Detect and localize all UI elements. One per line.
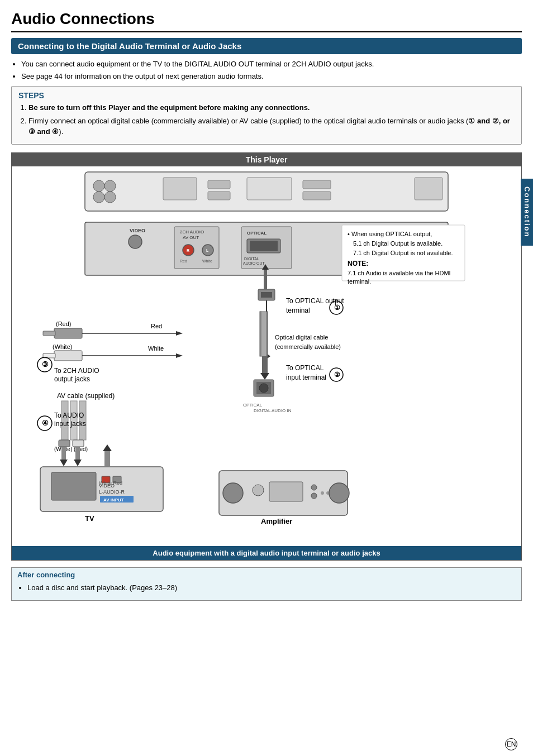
bullet-2: See page 44 for information on the outpu…	[21, 71, 522, 82]
after-title: After connecting	[17, 571, 516, 579]
svg-text:Amplifier: Amplifier	[261, 517, 292, 525]
svg-text:L: L	[206, 248, 209, 252]
svg-point-109	[311, 485, 317, 490]
svg-text:Red: Red	[151, 323, 162, 329]
svg-point-2	[93, 192, 104, 203]
svg-text:To AUDIO: To AUDIO	[54, 412, 84, 419]
svg-point-1	[93, 180, 104, 192]
svg-point-4	[104, 192, 116, 203]
svg-text:2CH AUDIO: 2CH AUDIO	[180, 229, 204, 235]
page: Audio Connections Connecting to the Digi…	[0, 0, 533, 756]
page-title: Audio Connections	[11, 10, 522, 32]
svg-marker-94	[74, 460, 82, 466]
svg-rect-42	[261, 292, 272, 298]
svg-text:DIGITAL: DIGITAL	[244, 257, 259, 261]
svg-rect-64	[54, 328, 82, 338]
svg-marker-91	[61, 447, 66, 460]
svg-text:(White): (White)	[53, 343, 72, 350]
svg-point-14	[129, 235, 142, 248]
svg-marker-93	[75, 447, 80, 460]
step-1: Be sure to turn off this Player and the …	[28, 102, 515, 113]
svg-text:To OPTICAL: To OPTICAL	[286, 364, 324, 372]
svg-text:White: White	[202, 259, 212, 263]
svg-rect-65	[43, 331, 55, 336]
after-bullets: Load a disc and start playback. (Pages 2…	[27, 582, 516, 594]
svg-point-107	[253, 485, 264, 496]
svg-text:VIDEO: VIDEO	[130, 228, 145, 233]
svg-text:input jacks: input jacks	[54, 420, 86, 428]
svg-text:(Red): (Red)	[56, 320, 72, 327]
svg-text:Red: Red	[180, 259, 187, 263]
diagram-svg: VIDEO 2CH AUDIO AV OUT R L Red White OPT…	[12, 166, 521, 546]
svg-rect-7	[208, 192, 230, 200]
svg-rect-50	[261, 312, 266, 356]
intro-bullets: You can connect audio equipment or the T…	[21, 59, 522, 82]
svg-text:Optical digital cable: Optical digital cable	[275, 334, 328, 341]
steps-list: Be sure to turn off this Player and the …	[28, 102, 515, 137]
svg-text:terminal: terminal	[286, 307, 310, 314]
svg-text:5.1 ch Digital Output is avail: 5.1 ch Digital Output is available.	[353, 240, 442, 247]
svg-text:(White) (Red): (White) (Red)	[54, 446, 88, 452]
svg-rect-9	[303, 180, 331, 189]
svg-text:To 2CH AUDIO: To 2CH AUDIO	[54, 367, 99, 375]
svg-rect-6	[208, 180, 230, 189]
after-section: After connecting Load a disc and start p…	[11, 567, 522, 601]
svg-marker-71	[176, 331, 183, 336]
svg-marker-74	[176, 353, 183, 358]
svg-text:R: R	[187, 248, 189, 252]
svg-text:AV INPUT: AV INPUT	[103, 497, 124, 503]
svg-text:White Red: White Red	[99, 480, 122, 486]
svg-text:L-AUDIO-R: L-AUDIO-R	[99, 489, 125, 495]
svg-point-114	[329, 483, 349, 503]
svg-text:• When using OPTICAL output,: • When using OPTICAL output,	[348, 231, 432, 237]
svg-rect-27	[250, 241, 278, 251]
svg-text:①: ①	[334, 304, 340, 312]
svg-text:NOTE:: NOTE:	[348, 260, 368, 267]
diagram-footer: Audio equipment with a digital audio inp…	[12, 546, 521, 560]
svg-text:AV OUT: AV OUT	[183, 235, 199, 240]
steps-title: STEPS	[18, 91, 515, 100]
svg-text:④: ④	[42, 419, 49, 427]
svg-text:input terminal: input terminal	[286, 374, 326, 381]
svg-marker-117	[103, 444, 112, 451]
diagram-header: This Player	[12, 153, 521, 166]
diagram-body: VIDEO 2CH AUDIO AV OUT R L Red White OPT…	[12, 166, 521, 546]
svg-rect-96	[51, 472, 96, 500]
svg-text:OPTICAL: OPTICAL	[247, 231, 266, 236]
svg-point-61	[259, 384, 268, 393]
svg-rect-10	[303, 192, 331, 200]
diagram-container: This Player VIDEO	[11, 152, 522, 561]
svg-text:7.1 ch Audio is available via : 7.1 ch Audio is available via the HDMI	[348, 270, 451, 276]
page-number: EN	[505, 738, 517, 750]
svg-text:output jacks: output jacks	[54, 375, 90, 383]
svg-rect-108	[269, 482, 303, 501]
bullet-1: You can connect audio equipment or the T…	[21, 59, 522, 70]
svg-text:AUDIO OUT: AUDIO OUT	[243, 261, 265, 265]
right-tab: Connection	[521, 179, 533, 246]
svg-text:White: White	[148, 345, 164, 352]
svg-marker-43	[264, 270, 267, 289]
svg-rect-5	[163, 178, 197, 200]
svg-text:terminal.: terminal.	[348, 278, 371, 285]
svg-marker-92	[60, 460, 68, 466]
svg-point-3	[104, 180, 116, 192]
svg-rect-67	[54, 351, 82, 361]
svg-rect-8	[247, 178, 292, 200]
steps-box: STEPS Be sure to turn off this Player an…	[11, 86, 522, 145]
svg-point-111	[321, 491, 324, 495]
svg-rect-11	[415, 178, 442, 200]
svg-text:(commercially available): (commercially available)	[275, 343, 341, 350]
svg-marker-53	[262, 356, 268, 373]
after-bullet: Load a disc and start playback. (Pages 2…	[27, 582, 516, 594]
svg-text:DIGITAL AUDIO IN: DIGITAL AUDIO IN	[254, 408, 292, 413]
svg-marker-54	[260, 373, 269, 380]
svg-text:AV cable (supplied): AV cable (supplied)	[57, 392, 115, 400]
svg-text:②: ②	[334, 371, 340, 379]
step-2: Firmly connect an optical digital cable …	[28, 116, 515, 137]
svg-point-110	[311, 493, 317, 499]
svg-text:OPTICAL: OPTICAL	[243, 403, 263, 408]
svg-text:7.1 ch Digital Output is not a: 7.1 ch Digital Output is not available.	[353, 250, 453, 256]
svg-marker-116	[104, 451, 110, 466]
svg-point-106	[223, 483, 243, 503]
svg-text:③: ③	[42, 360, 49, 369]
